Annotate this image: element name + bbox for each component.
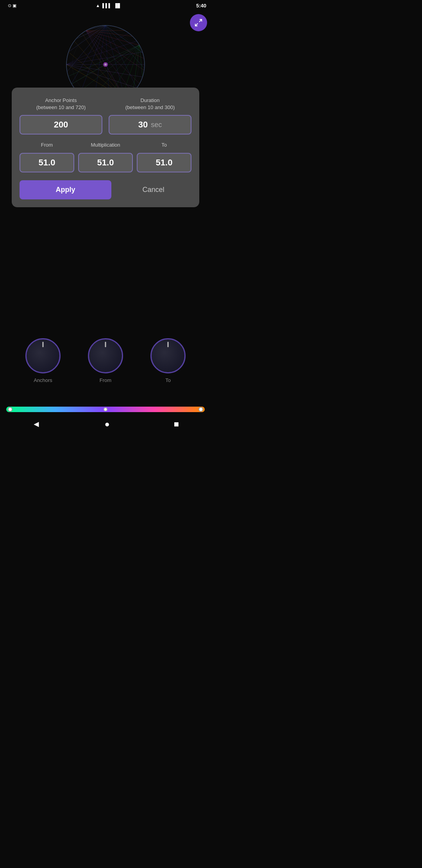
expand-icon [194, 18, 203, 27]
battery-icon: ▐█ [114, 3, 120, 8]
anchor-points-input[interactable]: 200 [20, 115, 102, 135]
duration-label: Duration (between 10 and 300) [125, 97, 175, 111]
to-label: To [161, 142, 167, 149]
gradient-dot-center[interactable] [104, 407, 107, 411]
cancel-button[interactable]: Cancel [115, 180, 191, 199]
expand-button[interactable] [190, 14, 207, 31]
from-knob-label: From [100, 377, 111, 383]
svg-line-9 [80, 25, 106, 94]
middle-fields-row: From 51.0 Multiplication 51.0 To 51.0 [20, 142, 191, 172]
to-input[interactable]: 51.0 [137, 153, 191, 172]
anchors-knob[interactable] [25, 338, 61, 373]
multiplication-field: Multiplication 51.0 [78, 142, 133, 172]
modal-buttons: Apply Cancel [20, 180, 191, 199]
visualization-area [0, 11, 211, 95]
svg-line-16 [68, 45, 139, 76]
from-knob[interactable] [88, 338, 123, 373]
anchor-points-label: Anchor Points (between 10 and 720) [36, 97, 86, 111]
sec-label: sec [151, 121, 162, 129]
to-knob-container: To [150, 338, 186, 383]
multiplication-label: Multiplication [91, 142, 120, 149]
svg-line-28 [86, 30, 139, 45]
svg-line-1 [195, 23, 198, 26]
svg-line-11 [67, 25, 106, 72]
svg-line-0 [199, 20, 202, 22]
color-gradient-bar[interactable] [6, 407, 205, 412]
svg-line-12 [68, 25, 106, 52]
svg-line-10 [72, 25, 106, 84]
anchors-knob-tick [43, 342, 44, 347]
knobs-area: Anchors From To [0, 338, 211, 383]
svg-line-31 [66, 33, 129, 65]
svg-line-25 [86, 30, 139, 84]
svg-point-42 [104, 63, 107, 66]
wifi-icon: ▲ [96, 3, 100, 8]
svg-line-22 [139, 45, 143, 77]
duration-field: Duration (between 10 and 300) 30 sec [109, 97, 191, 135]
svg-line-14 [88, 25, 106, 30]
svg-line-17 [78, 45, 139, 93]
svg-line-3 [106, 25, 143, 53]
to-knob-label: To [165, 377, 171, 383]
back-button[interactable]: ◄ [32, 419, 41, 429]
to-knob[interactable] [150, 338, 186, 373]
from-label: From [41, 142, 53, 149]
multiplication-input[interactable]: 51.0 [78, 153, 133, 172]
svg-line-32 [66, 41, 137, 65]
gradient-dot-left[interactable] [8, 407, 13, 412]
from-field: From 51.0 [20, 142, 74, 172]
from-input[interactable]: 51.0 [20, 153, 74, 172]
status-bar: ⊙ ▣ ▲ ▌▌▌ ▐█ 5:40 [0, 0, 211, 11]
modal-overlay: Anchor Points (between 10 and 720) 200 D… [0, 88, 211, 207]
status-time: 5:40 [196, 3, 206, 9]
to-field: To 51.0 [137, 142, 191, 172]
nav-bar: ◄ ● ■ [0, 414, 211, 434]
status-icons: ▲ ▌▌▌ ▐█ [96, 3, 120, 8]
settings-modal: Anchor Points (between 10 and 720) 200 D… [12, 88, 199, 207]
to-knob-tick [168, 342, 169, 347]
gradient-dot-right[interactable] [198, 407, 203, 412]
signal-icon: ▌▌▌ [102, 3, 111, 8]
top-fields-row: Anchor Points (between 10 and 720) 200 D… [20, 97, 191, 135]
anchor-points-field: Anchor Points (between 10 and 720) 200 [20, 97, 102, 135]
anchors-knob-label: Anchors [34, 377, 52, 383]
svg-line-13 [76, 25, 106, 39]
recent-button[interactable]: ■ [174, 419, 179, 429]
notification-icons: ⊙ ▣ [5, 3, 16, 8]
anchors-knob-container: Anchors [25, 338, 61, 383]
duration-input[interactable]: 30 sec [109, 115, 191, 135]
from-knob-tick [105, 342, 106, 347]
home-button[interactable]: ● [105, 419, 110, 429]
apply-button[interactable]: Apply [20, 180, 111, 199]
from-knob-container: From [88, 338, 123, 383]
